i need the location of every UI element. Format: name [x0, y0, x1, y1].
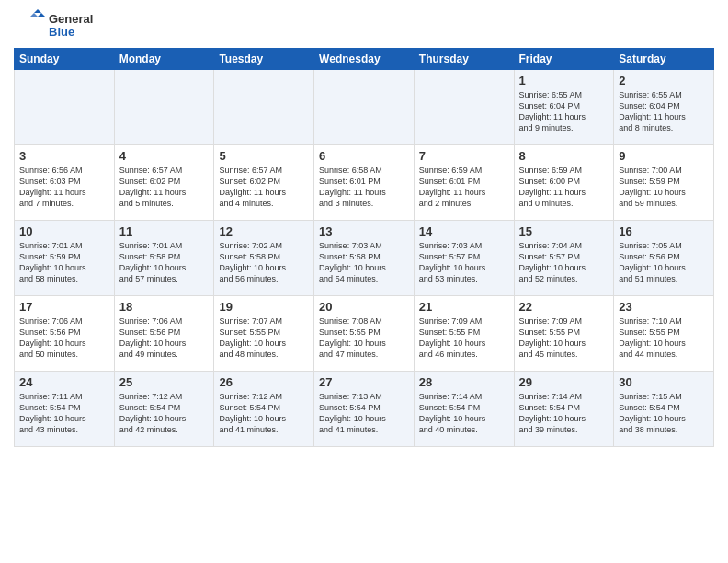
day-info: Sunrise: 7:09 AM Sunset: 5:55 PM Dayligh… — [419, 316, 509, 361]
calendar-day-cell: 9Sunrise: 7:00 AM Sunset: 5:59 PM Daylig… — [614, 145, 714, 221]
day-number: 8 — [519, 149, 609, 163]
calendar-day-cell — [414, 70, 514, 145]
day-info: Sunrise: 7:12 AM Sunset: 5:54 PM Dayligh… — [219, 391, 309, 436]
calendar-day-cell: 29Sunrise: 7:14 AM Sunset: 5:54 PM Dayli… — [514, 372, 614, 447]
day-info: Sunrise: 6:55 AM Sunset: 6:04 PM Dayligh… — [519, 89, 609, 134]
calendar-day-cell: 13Sunrise: 7:03 AM Sunset: 5:58 PM Dayli… — [314, 221, 415, 296]
calendar-day-cell: 12Sunrise: 7:02 AM Sunset: 5:58 PM Dayli… — [214, 221, 314, 296]
calendar-day-cell: 19Sunrise: 7:07 AM Sunset: 5:55 PM Dayli… — [214, 296, 314, 372]
calendar-body: 1Sunrise: 6:55 AM Sunset: 6:04 PM Daylig… — [15, 70, 714, 447]
day-info: Sunrise: 7:01 AM Sunset: 5:59 PM Dayligh… — [19, 240, 109, 285]
day-info: Sunrise: 7:02 AM Sunset: 5:58 PM Dayligh… — [219, 240, 309, 285]
day-info: Sunrise: 7:04 AM Sunset: 5:57 PM Dayligh… — [519, 240, 609, 285]
logo-blue: Blue — [49, 26, 93, 39]
day-info: Sunrise: 6:56 AM Sunset: 6:03 PM Dayligh… — [19, 165, 109, 210]
day-number: 2 — [619, 74, 709, 87]
day-info: Sunrise: 6:57 AM Sunset: 6:02 PM Dayligh… — [119, 165, 210, 210]
calendar-day-cell: 18Sunrise: 7:06 AM Sunset: 5:56 PM Dayli… — [114, 296, 214, 372]
calendar-day-cell: 27Sunrise: 7:13 AM Sunset: 5:54 PM Dayli… — [314, 372, 415, 447]
day-info: Sunrise: 7:15 AM Sunset: 5:54 PM Dayligh… — [619, 391, 709, 436]
logo-wordmark: General Blue — [49, 13, 93, 40]
day-number: 13 — [319, 224, 409, 238]
day-info: Sunrise: 7:14 AM Sunset: 5:54 PM Dayligh… — [519, 391, 609, 436]
day-number: 6 — [319, 149, 409, 163]
calendar-day-cell: 3Sunrise: 6:56 AM Sunset: 6:03 PM Daylig… — [15, 145, 115, 221]
day-number: 17 — [19, 300, 109, 314]
calendar-day-cell: 1Sunrise: 6:55 AM Sunset: 6:04 PM Daylig… — [514, 70, 614, 145]
calendar-day-cell: 28Sunrise: 7:14 AM Sunset: 5:54 PM Dayli… — [414, 372, 514, 447]
day-info: Sunrise: 7:07 AM Sunset: 5:55 PM Dayligh… — [219, 316, 309, 361]
logo-general: General — [49, 13, 93, 26]
day-number: 10 — [19, 224, 109, 238]
calendar-day-cell: 25Sunrise: 7:12 AM Sunset: 5:54 PM Dayli… — [114, 372, 214, 447]
calendar-day-cell — [114, 70, 214, 145]
day-number: 9 — [619, 149, 709, 163]
calendar-day-cell: 10Sunrise: 7:01 AM Sunset: 5:59 PM Dayli… — [15, 221, 115, 296]
day-number: 7 — [419, 149, 509, 163]
day-number: 23 — [619, 300, 709, 314]
weekday-header-cell: Tuesday — [214, 49, 314, 70]
day-info: Sunrise: 6:55 AM Sunset: 6:04 PM Dayligh… — [619, 89, 709, 134]
day-info: Sunrise: 6:59 AM Sunset: 6:00 PM Dayligh… — [519, 165, 609, 210]
calendar-day-cell: 26Sunrise: 7:12 AM Sunset: 5:54 PM Dayli… — [214, 372, 314, 447]
logo-svg: General Blue — [14, 9, 93, 42]
calendar-day-cell: 21Sunrise: 7:09 AM Sunset: 5:55 PM Dayli… — [414, 296, 514, 372]
calendar-day-cell: 17Sunrise: 7:06 AM Sunset: 5:56 PM Dayli… — [15, 296, 115, 372]
day-info: Sunrise: 6:58 AM Sunset: 6:01 PM Dayligh… — [319, 165, 409, 210]
calendar-day-cell — [314, 70, 415, 145]
logo: General Blue — [14, 9, 93, 42]
svg-marker-1 — [38, 13, 45, 17]
calendar-day-cell: 5Sunrise: 6:57 AM Sunset: 6:02 PM Daylig… — [214, 145, 314, 221]
day-info: Sunrise: 6:57 AM Sunset: 6:02 PM Dayligh… — [219, 165, 309, 210]
calendar-week-row: 10Sunrise: 7:01 AM Sunset: 5:59 PM Dayli… — [15, 221, 714, 296]
day-number: 14 — [419, 224, 509, 238]
calendar-week-row: 1Sunrise: 6:55 AM Sunset: 6:04 PM Daylig… — [15, 70, 714, 145]
calendar-day-cell: 7Sunrise: 6:59 AM Sunset: 6:01 PM Daylig… — [414, 145, 514, 221]
day-info: Sunrise: 7:06 AM Sunset: 5:56 PM Dayligh… — [119, 316, 210, 361]
calendar-day-cell: 24Sunrise: 7:11 AM Sunset: 5:54 PM Dayli… — [15, 372, 115, 447]
day-number: 15 — [519, 224, 609, 238]
weekday-header-cell: Friday — [514, 49, 614, 70]
day-number: 27 — [319, 375, 409, 389]
calendar-week-row: 3Sunrise: 6:56 AM Sunset: 6:03 PM Daylig… — [15, 145, 714, 221]
calendar-day-cell: 16Sunrise: 7:05 AM Sunset: 5:56 PM Dayli… — [614, 221, 714, 296]
calendar-day-cell: 22Sunrise: 7:09 AM Sunset: 5:55 PM Dayli… — [514, 296, 614, 372]
calendar-week-row: 17Sunrise: 7:06 AM Sunset: 5:56 PM Dayli… — [15, 296, 714, 372]
calendar-day-cell — [15, 70, 115, 145]
day-number: 25 — [119, 375, 210, 389]
calendar-table: SundayMondayTuesdayWednesdayThursdayFrid… — [14, 48, 714, 447]
calendar-day-cell: 14Sunrise: 7:03 AM Sunset: 5:57 PM Dayli… — [414, 221, 514, 296]
day-number: 3 — [19, 149, 109, 163]
day-info: Sunrise: 7:03 AM Sunset: 5:57 PM Dayligh… — [419, 240, 509, 285]
day-number: 22 — [519, 300, 609, 314]
day-number: 28 — [419, 375, 509, 389]
main-container: General Blue SundayMondayTuesdayWednesda… — [0, 0, 728, 452]
calendar-day-cell: 30Sunrise: 7:15 AM Sunset: 5:54 PM Dayli… — [614, 372, 714, 447]
day-info: Sunrise: 7:03 AM Sunset: 5:58 PM Dayligh… — [319, 240, 409, 285]
day-info: Sunrise: 7:13 AM Sunset: 5:54 PM Dayligh… — [319, 391, 409, 436]
calendar-day-cell: 4Sunrise: 6:57 AM Sunset: 6:02 PM Daylig… — [114, 145, 214, 221]
day-number: 18 — [119, 300, 210, 314]
day-info: Sunrise: 7:00 AM Sunset: 5:59 PM Dayligh… — [619, 165, 709, 210]
header-area: General Blue — [14, 9, 714, 42]
day-number: 29 — [519, 375, 609, 389]
day-number: 11 — [119, 224, 210, 238]
day-info: Sunrise: 7:09 AM Sunset: 5:55 PM Dayligh… — [519, 316, 609, 361]
weekday-header-cell: Wednesday — [314, 49, 415, 70]
day-number: 5 — [219, 149, 309, 163]
calendar-day-cell: 8Sunrise: 6:59 AM Sunset: 6:00 PM Daylig… — [514, 145, 614, 221]
day-number: 19 — [219, 300, 309, 314]
day-number: 4 — [119, 149, 210, 163]
calendar-day-cell: 2Sunrise: 6:55 AM Sunset: 6:04 PM Daylig… — [614, 70, 714, 145]
day-info: Sunrise: 7:12 AM Sunset: 5:54 PM Dayligh… — [119, 391, 210, 436]
weekday-header-cell: Monday — [114, 49, 214, 70]
day-info: Sunrise: 6:59 AM Sunset: 6:01 PM Dayligh… — [419, 165, 509, 210]
calendar-day-cell: 20Sunrise: 7:08 AM Sunset: 5:55 PM Dayli… — [314, 296, 415, 372]
day-info: Sunrise: 7:05 AM Sunset: 5:56 PM Dayligh… — [619, 240, 709, 285]
calendar-week-row: 24Sunrise: 7:11 AM Sunset: 5:54 PM Dayli… — [15, 372, 714, 447]
day-number: 24 — [19, 375, 109, 389]
day-number: 26 — [219, 375, 309, 389]
day-number: 21 — [419, 300, 509, 314]
day-info: Sunrise: 7:14 AM Sunset: 5:54 PM Dayligh… — [419, 391, 509, 436]
svg-marker-0 — [34, 9, 41, 13]
